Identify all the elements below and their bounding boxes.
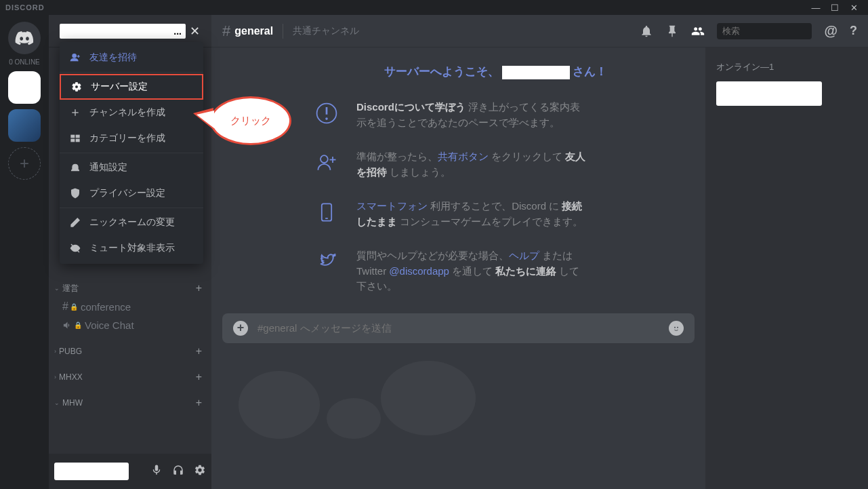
hash-icon: # <box>222 22 230 40</box>
category-header[interactable]: › MHXX + <box>49 360 211 386</box>
svg-point-9 <box>327 398 381 439</box>
welcome-title: サーバーへようこそ、さん！ <box>313 64 678 79</box>
exclamation-icon <box>313 100 340 127</box>
svg-rect-21 <box>76 135 79 137</box>
headphones-icon[interactable] <box>172 464 184 479</box>
voice-channel[interactable]: 🔒 Voice Chat <box>49 316 211 334</box>
svg-point-8 <box>239 371 320 439</box>
menu-create-channel[interactable]: チャンネルを作成 <box>60 100 203 125</box>
category-header[interactable]: ⌄ MHW + <box>49 386 211 412</box>
chevron-down-icon: ⌄ <box>54 399 60 406</box>
svg-rect-19 <box>71 135 75 137</box>
category-header[interactable]: › PUBG + <box>49 334 211 360</box>
plus-icon <box>69 106 81 119</box>
welcome-tip-invite: 準備が整ったら、共有ボタン をクリックして 友人を招待 しましょう。 <box>313 149 678 180</box>
menu-change-nickname[interactable]: ニックネームの変更 <box>60 210 203 235</box>
menu-create-category[interactable]: カテゴリーを作成 <box>60 125 203 151</box>
server-icon-1[interactable] <box>8 71 41 104</box>
titlebar: DISCORD — ☐ ✕ <box>0 0 868 15</box>
pencil-icon <box>69 216 81 229</box>
close-button[interactable]: ✕ <box>849 3 859 12</box>
help-icon[interactable]: ? <box>850 24 857 38</box>
menu-server-settings[interactable]: サーバー設定 <box>60 74 203 100</box>
hash-icon: # <box>62 300 68 313</box>
lock-icon: 🔒 <box>74 321 82 329</box>
svg-point-2 <box>325 117 328 120</box>
members-section-header: オンライン—1 <box>711 61 863 79</box>
add-channel-button[interactable]: + <box>196 282 202 294</box>
svg-point-12 <box>674 326 676 328</box>
welcome-tip-help: 質問やヘルプなどが必要な場合、ヘルプ または Twitter @discorda… <box>313 248 678 294</box>
divider <box>60 208 203 208</box>
svg-point-11 <box>671 324 680 332</box>
pin-icon[interactable] <box>665 24 679 38</box>
maximize-button[interactable]: ☐ <box>830 3 840 12</box>
app-name: DISCORD <box>5 3 45 12</box>
eye-off-icon <box>69 242 81 254</box>
welcome-section: サーバーへようこそ、さん！ Discordについて学ぼう 浮き上がってくる案内表… <box>211 47 705 313</box>
user-panel <box>49 454 211 489</box>
channel-topic: 共通チャンネル <box>293 25 359 37</box>
chevron-right-icon: › <box>54 348 56 355</box>
divider <box>60 153 203 153</box>
add-channel-button[interactable]: + <box>196 345 202 357</box>
add-server-button[interactable]: + <box>8 147 41 180</box>
menu-invite-friends[interactable]: 友達を招待 <box>60 45 203 71</box>
online-count: 0 ONLINE <box>9 58 40 66</box>
mentions-icon[interactable]: @ <box>824 23 838 39</box>
chat-area: # general 共通チャンネル @ ? サーバーへようこそ、さん <box>211 15 868 489</box>
chat-header: # general 共通チャンネル @ ? <box>211 15 868 47</box>
svg-rect-20 <box>71 139 75 141</box>
svg-point-3 <box>321 155 328 163</box>
minimize-button[interactable]: — <box>811 3 821 12</box>
members-icon[interactable] <box>691 24 705 38</box>
user-info-redacted[interactable] <box>54 463 129 480</box>
svg-point-14 <box>73 54 76 58</box>
svg-rect-22 <box>76 139 79 141</box>
phone-icon <box>313 199 340 226</box>
emoji-button[interactable] <box>669 321 684 336</box>
svg-point-10 <box>381 361 476 435</box>
background-decoration <box>225 324 482 448</box>
home-button[interactable] <box>8 22 41 54</box>
member-item-redacted[interactable] <box>716 81 822 106</box>
lock-icon: 🔒 <box>70 303 78 311</box>
callout-text: クリック <box>230 115 271 128</box>
close-icon[interactable]: ✕ <box>190 24 200 39</box>
twitter-icon <box>313 248 340 275</box>
server-dropdown-menu: 友達を招待 サーバー設定 チャンネルを作成 カテゴリーを作成 通知設定 プライバ… <box>60 42 203 264</box>
bell-icon[interactable] <box>640 24 653 38</box>
mic-icon[interactable] <box>150 464 163 479</box>
guilds-column: 0 ONLINE + <box>0 15 49 489</box>
add-user-icon <box>313 149 340 176</box>
folder-icon <box>69 132 81 144</box>
username-redacted <box>502 66 570 79</box>
channel-title: general <box>234 25 273 37</box>
add-user-icon <box>69 52 81 64</box>
chevron-right-icon: › <box>54 374 56 380</box>
search-input[interactable] <box>722 26 836 36</box>
speaker-icon <box>62 320 73 330</box>
welcome-tip-learn: Discordについて学ぼう 浮き上がってくる案内表示を追うことであなたのペース… <box>313 100 678 130</box>
chevron-down-icon: ⌄ <box>54 285 60 292</box>
welcome-tip-mobile: スマートフォン 利用することで、Discord に 接続したまま コンシューマゲ… <box>313 199 678 229</box>
members-panel: オンライン—1 <box>705 47 868 489</box>
gear-icon[interactable] <box>194 464 206 479</box>
add-channel-button[interactable]: + <box>196 397 202 409</box>
add-channel-button[interactable]: + <box>196 371 202 383</box>
menu-hide-muted[interactable]: ミュート対象非表示 <box>60 235 203 261</box>
svg-point-13 <box>677 326 678 328</box>
bell-icon <box>69 161 81 174</box>
category-header[interactable]: ⌄ 運営 + <box>49 271 211 297</box>
server-icon-2[interactable] <box>8 109 41 142</box>
callout-annotation: クリック <box>210 96 291 145</box>
menu-privacy-settings[interactable]: プライバシー設定 <box>60 180 203 206</box>
text-channel[interactable]: # 🔒 conference <box>49 297 211 316</box>
divider <box>283 24 283 39</box>
search-box[interactable] <box>717 23 812 39</box>
gear-icon <box>70 81 83 93</box>
menu-notification-settings[interactable]: 通知設定 <box>60 155 203 180</box>
server-name-redacted: ... <box>60 24 186 39</box>
divider <box>60 72 203 73</box>
shield-icon <box>69 187 81 199</box>
